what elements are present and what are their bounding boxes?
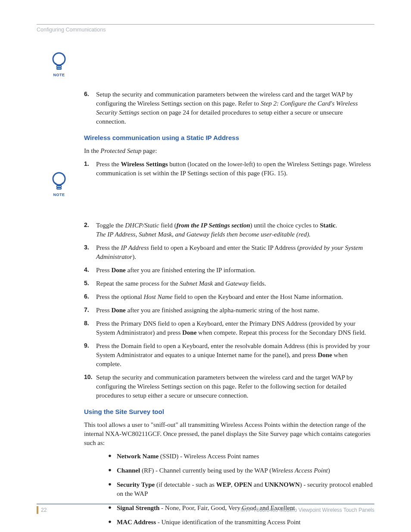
header-rule xyxy=(37,24,374,25)
intro-text: In the Protected Setup page: xyxy=(84,146,374,156)
header-section-label: Configuring Communications xyxy=(37,26,374,34)
list-item: Security Type (if detectable - such as W… xyxy=(108,480,374,498)
step-3: 3. Press the IP Address field to open a … xyxy=(84,243,374,261)
step-5: 5. Repeat the same process for the Subne… xyxy=(84,279,374,288)
step-2: 2. Toggle the DHCP/Static field (from th… xyxy=(84,221,374,239)
step-4: 4. Press Done after you are finished ent… xyxy=(84,266,374,275)
footer: 22 MVP-7500/8400 Modero Viewpoint Wirele… xyxy=(37,504,374,514)
step-10: 10. Setup the security and communication… xyxy=(84,373,374,400)
step-list-top: 6. Setup the security and communication … xyxy=(84,90,374,126)
page-number: 22 xyxy=(41,507,47,514)
page: Configuring Communications NOTE 6. Setup… xyxy=(0,0,411,532)
step-list-static-cont: 2. Toggle the DHCP/Static field (from th… xyxy=(84,221,374,400)
step-6-top: 6. Setup the security and communication … xyxy=(84,90,374,126)
note-label: NOTE xyxy=(50,72,68,78)
step-9: 9. Press the Domain field to open a Keyb… xyxy=(84,342,374,369)
step-8: 8. Press the Primary DNS field to open a… xyxy=(84,319,374,337)
heading-static-ip: Wireless communication using a Static IP… xyxy=(84,133,374,142)
footer-line: 22 MVP-7500/8400 Modero Viewpoint Wirele… xyxy=(37,506,374,514)
note-label: NOTE xyxy=(50,192,68,198)
site-survey-intro: This tool allows a user to "sniff-out" a… xyxy=(84,420,374,448)
svg-point-0 xyxy=(53,53,65,65)
step-6: 6. Press the optional Host Name field to… xyxy=(84,292,374,302)
step-1: 1. Press the Wireless Settings button (l… xyxy=(84,160,374,178)
svg-rect-5 xyxy=(57,188,61,189)
list-item: Network Name (SSID) - Wireless Access Po… xyxy=(108,452,374,461)
svg-point-3 xyxy=(53,173,65,185)
svg-rect-2 xyxy=(57,68,61,69)
footer-accent-bar xyxy=(37,506,38,514)
bullet-list: Network Name (SSID) - Wireless Access Po… xyxy=(108,452,374,527)
step-7: 7. Press Done after you are finished ass… xyxy=(84,306,374,315)
footer-rule xyxy=(37,504,374,504)
footer-title: MVP-7500/8400 Modero Viewpoint Wireless … xyxy=(241,507,374,514)
note-icon: NOTE xyxy=(50,52,68,78)
list-item: MAC Address - Unique identification of t… xyxy=(108,518,374,527)
body-content: 6. Setup the security and communication … xyxy=(84,56,374,527)
step-list-static: 1. Press the Wireless Settings button (l… xyxy=(84,160,374,178)
list-item: Channel (RF) - Channel currently being u… xyxy=(108,466,374,475)
heading-site-survey: Using the Site Survey tool xyxy=(84,407,374,416)
note-icon: NOTE xyxy=(50,171,68,198)
